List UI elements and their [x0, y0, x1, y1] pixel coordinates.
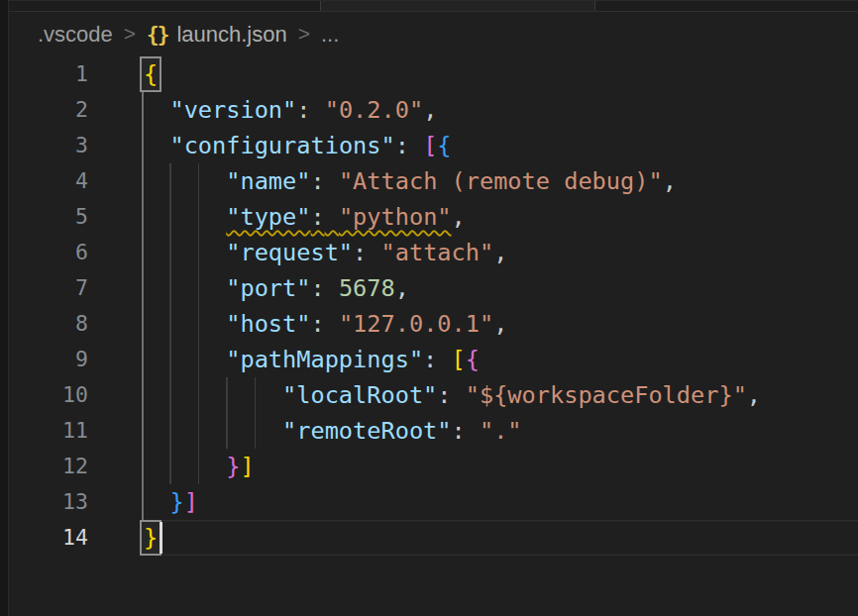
code-token: :: [353, 239, 367, 266]
code-token: [409, 132, 423, 159]
code-token: [310, 96, 324, 124]
line-number[interactable]: 10: [9, 377, 88, 413]
code-token: ,: [452, 203, 466, 231]
code-editor[interactable]: 1{2 "version": "0.2.0",3 "configurations…: [9, 56, 858, 556]
code-token: "host": [226, 310, 310, 338]
code-token: "0.2.0": [325, 96, 423, 124]
code-token: "localRoot": [282, 381, 437, 409]
code-token: :: [310, 167, 324, 195]
code-text: "host": "127.0.0.1",: [142, 306, 858, 342]
breadcrumb-folder[interactable]: .vscode: [38, 22, 113, 48]
line-number[interactable]: 2: [9, 92, 88, 128]
code-token: [142, 488, 169, 516]
code-token: "type": [226, 203, 310, 231]
code-token: :: [423, 346, 437, 373]
code-token: [142, 453, 226, 480]
code-text: }]: [142, 484, 858, 520]
code-token: :: [310, 203, 324, 231]
code-token: [367, 239, 380, 266]
line-number[interactable]: 4: [9, 163, 88, 199]
code-token: ,: [423, 96, 437, 124]
code-token: ]: [184, 488, 198, 516]
code-token: [: [452, 346, 466, 373]
tab-separator: [320, 1, 321, 11]
code-line[interactable]: 1{: [9, 56, 858, 92]
warning-squiggle: "type": "python": [226, 203, 451, 231]
code-token: {: [437, 132, 451, 159]
line-number[interactable]: 8: [9, 306, 88, 342]
code-line[interactable]: 2 "version": "0.2.0",: [9, 92, 858, 128]
code-text: "configurations": [{: [142, 128, 858, 163]
code-token: :: [452, 417, 466, 445]
line-number[interactable]: 3: [9, 128, 88, 163]
bracket-match: }: [140, 520, 161, 556]
code-line[interactable]: 7 "port": 5678,: [9, 270, 858, 306]
code-token: ,: [493, 239, 507, 266]
code-line[interactable]: 11 "remoteRoot": ".": [9, 413, 858, 449]
code-token: :: [310, 274, 324, 302]
code-token: [142, 167, 226, 195]
code-line[interactable]: 12 }]: [9, 449, 858, 484]
code-token: [142, 381, 282, 409]
code-token: :: [310, 310, 324, 338]
code-text: "remoteRoot": ".": [142, 413, 858, 449]
code-line[interactable]: 9 "pathMappings": [{: [9, 342, 858, 377]
text-cursor: [160, 522, 162, 554]
code-line[interactable]: 5 "type": "python",: [9, 199, 858, 235]
breadcrumb-symbol[interactable]: ...: [321, 22, 339, 48]
code-line[interactable]: 8 "host": "127.0.0.1",: [9, 306, 858, 342]
code-token: :: [395, 132, 409, 159]
code-token: "request": [226, 239, 353, 266]
code-token: ,: [395, 274, 409, 302]
code-token: [142, 239, 226, 266]
code-token: "port": [226, 274, 310, 302]
code-line[interactable]: 10 "localRoot": "${workspaceFolder}",: [9, 377, 858, 413]
chevron-right-icon: >: [298, 22, 310, 46]
code-token: "version": [169, 96, 296, 124]
line-number[interactable]: 7: [9, 270, 88, 306]
line-number[interactable]: 1: [9, 56, 88, 92]
line-number[interactable]: 6: [9, 235, 88, 270]
code-text: "type": "python",: [142, 199, 858, 235]
code-line[interactable]: 6 "request": "attach",: [9, 235, 858, 270]
json-braces-icon: {}: [147, 23, 167, 47]
tab-separator: [594, 1, 595, 11]
tab-bar-bottom-edge: [9, 0, 858, 12]
code-text: "port": 5678,: [142, 270, 858, 306]
code-line[interactable]: 14}: [9, 520, 858, 556]
code-token: :: [437, 381, 451, 409]
code-token: [325, 310, 339, 338]
code-line[interactable]: 4 "name": "Attach (remote debug)",: [9, 163, 858, 199]
code-line[interactable]: 3 "configurations": [{: [9, 128, 858, 163]
sidebar-edge: [0, 0, 9, 616]
line-number[interactable]: 5: [9, 199, 88, 235]
code-text: }]: [142, 449, 858, 484]
code-token: [142, 132, 169, 159]
breadcrumb-file[interactable]: {} launch.json: [147, 22, 287, 48]
line-number[interactable]: 11: [9, 413, 88, 449]
code-token: [142, 346, 226, 373]
code-text: "version": "0.2.0",: [142, 92, 858, 128]
code-token: 5678: [339, 274, 395, 302]
chevron-right-icon: >: [124, 22, 136, 46]
code-token: "127.0.0.1": [339, 310, 493, 338]
line-number[interactable]: 12: [9, 449, 88, 484]
code-token: "Attach (remote debug)": [339, 167, 663, 195]
line-number[interactable]: 14: [9, 520, 88, 556]
code-text: "localRoot": "${workspaceFolder}",: [142, 377, 858, 413]
code-token: "name": [226, 167, 310, 195]
code-token: }: [226, 453, 240, 480]
code-lines[interactable]: 1{2 "version": "0.2.0",3 "configurations…: [9, 56, 858, 556]
code-token: [437, 346, 451, 373]
code-token: "configurations": [169, 132, 394, 159]
line-number[interactable]: 9: [9, 342, 88, 377]
code-text: "request": "attach",: [142, 235, 858, 270]
line-number[interactable]: 13: [9, 484, 88, 520]
code-token: [: [423, 132, 437, 159]
code-token: ,: [747, 381, 761, 409]
code-token: "${workspaceFolder}": [466, 381, 747, 409]
code-token: [325, 167, 339, 195]
code-line[interactable]: 13 }]: [9, 484, 858, 520]
code-token: [325, 274, 339, 302]
tab-segment[interactable]: [320, 1, 594, 11]
